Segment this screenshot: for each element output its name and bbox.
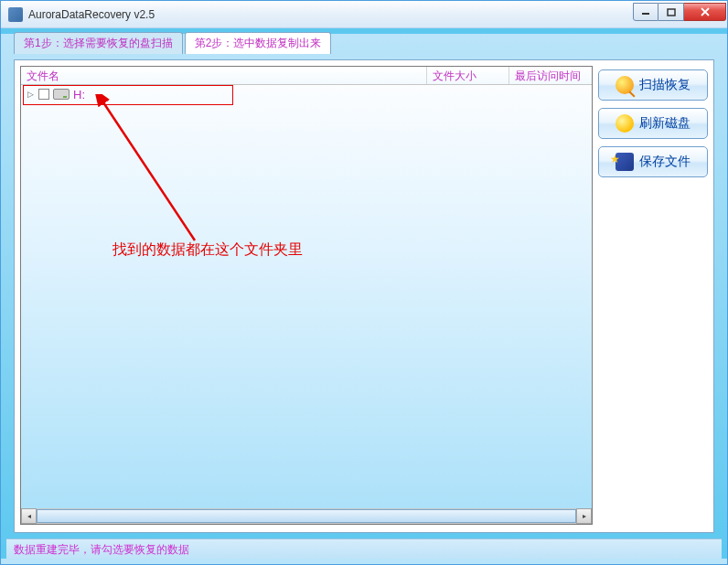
side-button-panel: 扫描恢复 刷新磁盘 保存文件 <box>598 69 708 177</box>
content-panel: 文件名 文件大小 最后访问时间 ▷ H: <box>14 59 714 533</box>
status-bar: 数据重建完毕，请勾选要恢复的数据 <box>6 538 722 559</box>
refresh-label: 刷新磁盘 <box>639 115 691 132</box>
window-title: AuroraDataRecovery v2.5 <box>28 8 633 21</box>
refresh-disk-button[interactable]: 刷新磁盘 <box>598 108 708 139</box>
maximize-button[interactable] <box>658 3 684 21</box>
tab-step1[interactable]: 第1步：选择需要恢复的盘扫描 <box>14 32 183 54</box>
scan-label: 扫描恢复 <box>639 77 691 93</box>
scroll-track[interactable] <box>37 508 576 524</box>
tab-strip: 第1步：选择需要恢复的盘扫描 第2步：选中数据复制出来 <box>6 34 722 54</box>
list-header: 文件名 文件大小 最后访问时间 <box>21 67 592 85</box>
save-icon <box>616 153 634 171</box>
scroll-left-button[interactable]: ◂ <box>21 508 37 524</box>
horizontal-scrollbar[interactable]: ◂ ▸ <box>21 508 592 524</box>
app-icon <box>8 7 23 22</box>
column-header-time[interactable]: 最后访问时间 <box>509 67 592 84</box>
column-header-name[interactable]: 文件名 <box>21 67 427 84</box>
status-text: 数据重建完毕，请勾选要恢复的数据 <box>14 543 189 556</box>
titlebar[interactable]: AuroraDataRecovery v2.5 <box>1 1 727 28</box>
maximize-icon <box>667 7 676 16</box>
expand-icon[interactable]: ▷ <box>27 91 35 99</box>
file-list-panel: 文件名 文件大小 最后访问时间 ▷ H: <box>20 66 593 525</box>
app-window: AuroraDataRecovery v2.5 第1步：选择需要恢复的盘扫描 第… <box>0 0 728 565</box>
svg-rect-1 <box>668 9 675 16</box>
column-header-size[interactable]: 文件大小 <box>427 67 509 84</box>
close-icon <box>700 7 711 16</box>
row-label: H: <box>73 88 85 101</box>
client-area: 第1步：选择需要恢复的盘扫描 第2步：选中数据复制出来 文件名 文件大小 最后访… <box>1 28 727 564</box>
magnifier-icon <box>616 76 634 94</box>
list-body: ▷ H: <box>21 85 592 508</box>
window-controls <box>633 3 726 21</box>
drive-icon <box>53 89 70 100</box>
minimize-icon <box>641 7 650 16</box>
save-label: 保存文件 <box>639 154 691 170</box>
refresh-icon <box>616 114 634 133</box>
scroll-right-button[interactable]: ▸ <box>576 508 592 524</box>
scroll-thumb[interactable] <box>37 509 576 523</box>
list-item[interactable]: ▷ H: <box>21 85 592 103</box>
save-file-button[interactable]: 保存文件 <box>598 146 708 177</box>
close-button[interactable] <box>684 3 726 21</box>
scan-recover-button[interactable]: 扫描恢复 <box>598 69 708 101</box>
checkbox[interactable] <box>38 89 49 100</box>
minimize-button[interactable] <box>633 3 658 21</box>
tab-step2[interactable]: 第2步：选中数据复制出来 <box>185 32 332 54</box>
